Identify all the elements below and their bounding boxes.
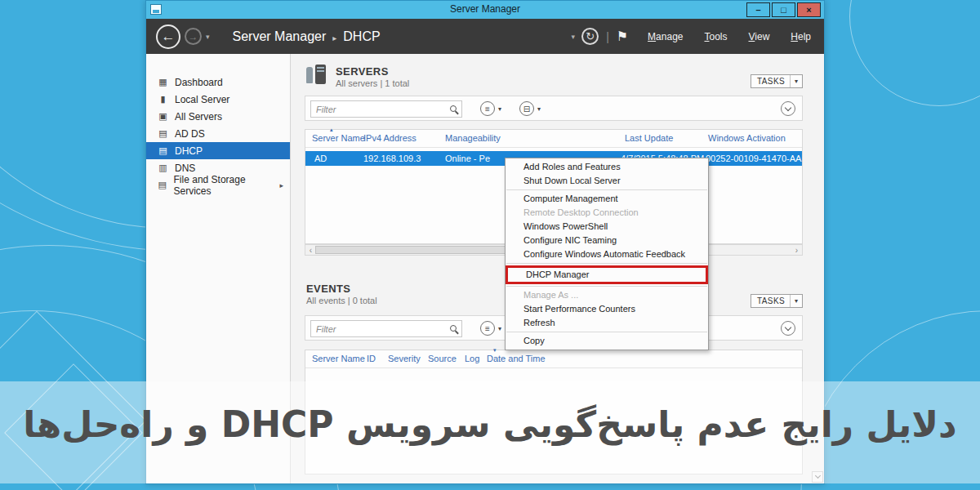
minimize-button[interactable]: –	[746, 2, 770, 17]
breadcrumb-separator-icon: ▸	[332, 33, 336, 42]
col-log[interactable]: Log	[465, 354, 479, 363]
sidebar-item-label: DHCP	[175, 145, 203, 157]
col-id[interactable]: ID	[367, 354, 376, 363]
scroll-down-button[interactable]	[812, 471, 823, 483]
col-date-time[interactable]: Date and Time	[487, 354, 546, 363]
sidebar-item-dhcp[interactable]: ▤ DHCP	[146, 142, 290, 159]
forward-button[interactable]: →	[185, 28, 202, 45]
servers-filter-input[interactable]	[310, 100, 462, 118]
caret-down-icon: ▾	[791, 78, 802, 85]
menu-item-nic-teaming[interactable]: Configure NIC Teaming	[506, 234, 708, 247]
events-table-header: Server Name ID Severity Source Log ▾ Dat…	[305, 350, 802, 368]
nav-divider: |	[606, 30, 609, 43]
notifications-flag-icon[interactable]: ⚑	[617, 29, 628, 44]
servers-saved-queries-button[interactable]: ⊟ ▾	[519, 101, 541, 116]
file-storage-icon: ▤	[158, 180, 167, 190]
servers-tasks-button[interactable]: TASKS ▾	[751, 74, 803, 88]
menu-view[interactable]: View	[749, 31, 770, 42]
refresh-button[interactable]: ↻	[581, 28, 599, 45]
menu-item-shutdown[interactable]: Shut Down Local Server	[506, 174, 708, 188]
col-server-name[interactable]: Server Name	[312, 133, 365, 143]
servers-section-subtitle: All servers | 1 total	[336, 78, 409, 88]
events-filter-input[interactable]	[310, 320, 462, 337]
menu-separator	[506, 286, 707, 287]
dhcp-icon: ▤	[158, 145, 168, 156]
col-windows-activation[interactable]: Windows Activation	[708, 133, 786, 143]
menu-item-refresh[interactable]: Refresh	[506, 316, 708, 330]
events-section-title: EVENTS	[306, 283, 350, 295]
col-last-update[interactable]: Last Update	[625, 133, 673, 143]
chevron-down-icon	[785, 104, 791, 110]
sidebar-item-label: AD DS	[175, 128, 205, 140]
scope-caret-icon[interactable]: ▾	[572, 33, 576, 41]
sidebar-item-ad-ds[interactable]: ▤ AD DS	[146, 125, 290, 142]
close-button[interactable]: ×	[797, 2, 821, 17]
server-manager-window: Server Manager – □ × ← → ▾ Server Manage…	[145, 0, 825, 484]
breadcrumb-root[interactable]: Server Manager	[233, 29, 327, 44]
list-icon: ≡	[480, 101, 495, 116]
decor-curve	[849, 0, 980, 106]
cell-server-name: AD	[314, 154, 327, 163]
col-severity[interactable]: Severity	[388, 354, 421, 363]
col-manageability[interactable]: Manageability	[445, 133, 501, 143]
breadcrumb-current: DHCP	[343, 29, 380, 44]
servers-toolbar: ≡ ▾ ⊟ ▾	[305, 96, 803, 121]
col-ipv4-address[interactable]: IPv4 Address	[363, 133, 416, 143]
menu-item-manage-as: Manage As ...	[506, 288, 708, 302]
all-servers-icon: ▣	[158, 111, 168, 122]
events-tasks-button[interactable]: TASKS ▾	[751, 294, 803, 308]
sort-icon: ▾	[493, 347, 497, 354]
chevron-down-icon	[785, 323, 791, 330]
navigation-bar: ← → ▾ Server Manager ▸ DHCP ▾ ↻ | ⚑ Mana…	[146, 19, 824, 54]
events-table: Server Name ID Severity Source Log ▾ Dat…	[305, 350, 803, 474]
cell-ipv4: 192.168.109.3	[363, 154, 421, 163]
expand-right-icon: ▸	[279, 181, 283, 189]
scroll-right-icon[interactable]: ›	[791, 246, 802, 255]
menu-item-add-roles[interactable]: Add Roles and Features	[506, 160, 708, 174]
menu-item-start-perf-counters[interactable]: Start Performance Counters	[506, 302, 708, 316]
sidebar-item-label: File and Storage Services	[174, 174, 274, 197]
caret-down-icon: ▾	[791, 297, 802, 305]
menu-item-dhcp-manager[interactable]: DHCP Manager	[508, 268, 706, 282]
window-titlebar[interactable]: Server Manager – □ ×	[146, 1, 824, 19]
menu-manage[interactable]: Manage	[648, 31, 683, 42]
sidebar-item-dashboard[interactable]: ▦ Dashboard	[146, 74, 290, 91]
maximize-button[interactable]: □	[772, 2, 795, 17]
history-caret-icon[interactable]: ▾	[206, 33, 210, 41]
menu-item-remote-desktop: Remote Desktop Connection	[506, 206, 708, 220]
chevron-down-icon	[814, 473, 820, 479]
sort-asc-icon: ▴	[330, 127, 333, 133]
page-background: Server Manager – □ × ← → ▾ Server Manage…	[0, 0, 980, 490]
sidebar-item-label: All Servers	[175, 111, 222, 122]
server-context-menu: Add Roles and Features Shut Down Local S…	[505, 158, 709, 350]
col-source[interactable]: Source	[428, 354, 457, 363]
search-icon	[450, 105, 457, 112]
decor-curve	[800, 310, 980, 490]
sidebar-item-local-server[interactable]: ▮ Local Server	[146, 91, 290, 108]
dhcp-manager-highlight-box: DHCP Manager	[506, 265, 708, 284]
menu-item-copy[interactable]: Copy	[506, 334, 708, 348]
dashboard-icon: ▦	[158, 77, 168, 87]
caret-down-icon: ▾	[537, 105, 541, 113]
sidebar-item-label: Local Server	[175, 94, 229, 105]
sidebar-item-file-storage-services[interactable]: ▤ File and Storage Services ▸	[146, 176, 290, 194]
menu-item-computer-management[interactable]: Computer Management	[506, 192, 708, 206]
servers-collapse-button[interactable]	[781, 101, 795, 116]
sidebar-item-label: DNS	[175, 163, 195, 174]
menu-item-powershell[interactable]: Windows PowerShell	[506, 220, 708, 234]
search-icon	[450, 325, 457, 332]
back-button[interactable]: ←	[156, 24, 180, 49]
events-criteria-button[interactable]: ≡ ▾	[480, 321, 501, 336]
caret-down-icon: ▾	[498, 105, 501, 113]
menu-tools[interactable]: Tools	[704, 31, 727, 42]
servers-section-icon	[306, 65, 327, 86]
list-icon: ≡	[480, 321, 495, 336]
ad-ds-icon: ▤	[158, 128, 168, 139]
col-server-name[interactable]: Server Name	[312, 354, 365, 363]
menu-item-auto-feedback[interactable]: Configure Windows Automatic Feedback	[506, 247, 708, 261]
sidebar-item-all-servers[interactable]: ▣ All Servers	[146, 108, 290, 125]
events-collapse-button[interactable]	[781, 321, 795, 336]
menu-help[interactable]: Help	[791, 31, 811, 42]
servers-criteria-button[interactable]: ≡ ▾	[480, 101, 501, 116]
dns-icon: ▥	[158, 163, 168, 173]
